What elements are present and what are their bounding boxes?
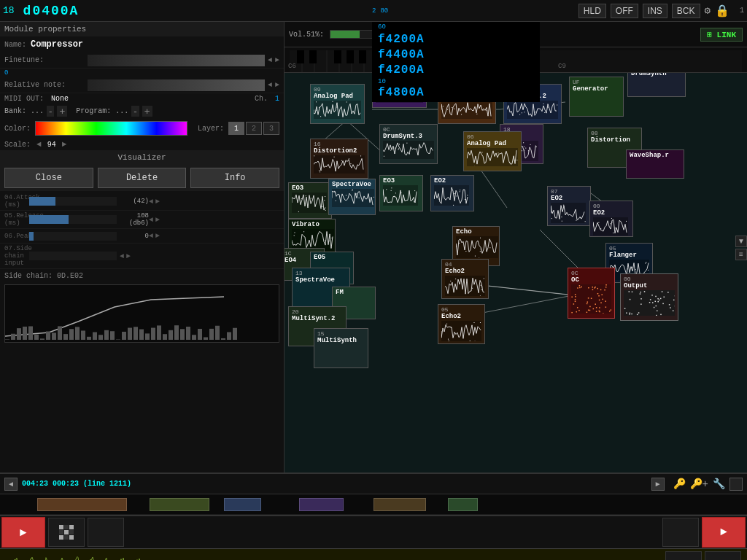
- timeline-seg-6[interactable]: [448, 498, 478, 511]
- module-eo3-left[interactable]: EO3: [288, 182, 332, 219]
- program-plus-button[interactable]: +: [142, 106, 152, 117]
- color-row: Color: Layer: 1 2 3: [0, 118, 284, 139]
- module-analog-pad-1[interactable]: 09 Analog Pad: [310, 84, 365, 124]
- layer-1-button[interactable]: 1: [228, 122, 244, 135]
- scale-right[interactable]: ►: [62, 140, 67, 149]
- finetune-left[interactable]: ◄: [268, 56, 272, 64]
- timeline-seg-3[interactable]: [224, 498, 261, 511]
- freq-line-3: f4200A: [378, 63, 425, 78]
- module-eo3-mid[interactable]: EO3: [379, 175, 423, 211]
- layer-3-button[interactable]: 3: [263, 122, 279, 135]
- layer-2-button[interactable]: 2: [246, 122, 262, 135]
- timeline-right-button[interactable]: ►: [651, 478, 665, 491]
- rel-right[interactable]: ►: [275, 81, 279, 89]
- scale-left[interactable]: ◄: [36, 140, 42, 149]
- pattern-block-right[interactable]: [662, 518, 699, 547]
- param-sidechain: 07.Side chain input ◄►: [0, 244, 284, 269]
- timeline-seg-2[interactable]: [150, 498, 209, 511]
- node-canvas: [571, 284, 611, 314]
- relative-note-bar[interactable]: [88, 79, 265, 91]
- svg-rect-25: [347, 50, 354, 63]
- link-box[interactable]: ⊞ LINK: [700, 28, 743, 42]
- param-peak-val: 0: [120, 233, 149, 240]
- param-attack-arrows: ◄►: [149, 198, 160, 206]
- node-title: EO2: [551, 195, 587, 202]
- module-multisynth[interactable]: 15 MultiSynth: [314, 328, 368, 368]
- module-analog-pad2[interactable]: 06 Analog Pad: [463, 131, 522, 171]
- vol-bar: [330, 31, 360, 38]
- gear-icon[interactable]: ⚙: [705, 4, 711, 17]
- bottom-qr-1[interactable]: [665, 551, 702, 561]
- timeline-seg-1[interactable]: [37, 498, 127, 511]
- module-eo2-00[interactable]: 00 EO2: [589, 201, 633, 237]
- bottom-qr-2[interactable]: [705, 551, 741, 561]
- waveform-canvas: [5, 285, 275, 340]
- info-button[interactable]: Info: [190, 168, 279, 188]
- param-attack-bar[interactable]: [29, 197, 117, 206]
- node-title: Distortion: [591, 136, 638, 144]
- visualizer-label: Visualizer: [0, 150, 284, 165]
- node-title: Echo2: [441, 313, 481, 320]
- pattern-indicator-right: ►: [702, 517, 746, 548]
- module-oc[interactable]: 0C OC: [568, 268, 615, 319]
- node-canvas: [383, 141, 434, 159]
- bank-minus-button[interactable]: -: [47, 106, 54, 117]
- bank-row: Bank: ... - + Program: ... - +: [0, 104, 284, 118]
- scale-row: Scale: ◄ 94 ►: [0, 139, 284, 150]
- module-eo2-1[interactable]: EO2: [430, 175, 474, 211]
- timeline-seg-4[interactable]: [299, 498, 344, 511]
- node-title: EO2: [593, 209, 630, 217]
- lock-icon[interactable]: 🔒: [715, 4, 729, 18]
- key-icon[interactable]: 🔑: [673, 478, 686, 490]
- finetune-right[interactable]: ►: [275, 56, 279, 64]
- program-minus-button[interactable]: -: [131, 106, 139, 117]
- rel-left[interactable]: ◄: [268, 81, 272, 89]
- key-plus-icon[interactable]: 🔑+: [690, 478, 708, 490]
- pattern-block[interactable]: [88, 518, 124, 547]
- module-echo2-05[interactable]: 05 Echo2: [438, 304, 485, 344]
- module-echo2-04[interactable]: 04 Echo2: [441, 259, 489, 299]
- color-label: Color:: [4, 125, 31, 133]
- freq-val-60: 60: [378, 23, 386, 31]
- module-eo2-07[interactable]: 07 EO2: [547, 186, 591, 226]
- param-peak-bar[interactable]: [29, 232, 117, 241]
- timeline-seg-5[interactable]: [374, 498, 426, 511]
- color-swatch[interactable]: [35, 121, 187, 136]
- module-drumsynt3[interactable]: 0C DrumSynt.3: [379, 124, 438, 164]
- timeline-left-button[interactable]: ◄: [4, 478, 18, 491]
- node-title: DrumSynt.3: [383, 133, 434, 140]
- svg-line-7: [540, 230, 584, 273]
- node-canvas: [551, 203, 586, 223]
- module-waveshaper[interactable]: WaveShap.r: [626, 149, 684, 179]
- off-button[interactable]: OFF: [611, 4, 638, 18]
- wrench-timeline-icon[interactable]: 🔧: [713, 478, 725, 490]
- bck-button[interactable]: BCK: [672, 4, 700, 18]
- node-id: 0C: [383, 126, 434, 133]
- bottom-waveform: [4, 551, 150, 561]
- scroll-eq-button[interactable]: ≡: [735, 249, 747, 260]
- module-output[interactable]: 00 Output: [620, 273, 678, 321]
- midi-out-value: None: [51, 95, 69, 103]
- timeline-controls: ◄ 004:23 000:23 (line 1211) ► 🔑 🔑+ 🔧: [0, 474, 747, 494]
- bank-label: Bank: ...: [4, 107, 44, 115]
- module-generator[interactable]: UF Generator: [569, 77, 624, 117]
- main-canvas: 09 Analog Pad 0F Flanger2 10 Analog Bas …: [285, 47, 747, 472]
- ins-button[interactable]: INS: [643, 4, 667, 18]
- module-distortion2[interactable]: 16 Distortion2: [310, 139, 368, 179]
- param-sidechain-bar[interactable]: [29, 252, 117, 260]
- freq-display-block: 60 f4200A f4400A f4200A 10 f4800A: [372, 22, 540, 102]
- timeline-box[interactable]: [729, 478, 743, 491]
- node-title: OC: [571, 276, 611, 284]
- bank-plus-button[interactable]: +: [57, 106, 67, 117]
- scroll-down-button[interactable]: ▼: [735, 236, 747, 247]
- hld-button[interactable]: HLD: [578, 4, 606, 18]
- pattern-block[interactable]: [48, 518, 85, 547]
- node-canvas: [292, 192, 327, 213]
- delete-button[interactable]: Delete: [98, 168, 187, 188]
- close-button[interactable]: Close: [4, 168, 93, 188]
- finetune-bar[interactable]: [88, 55, 265, 66]
- param-release-bar[interactable]: [29, 215, 117, 224]
- param-release-val: 108 (db6): [120, 212, 149, 227]
- module-spectravoe-small[interactable]: SpectraVoe: [328, 179, 376, 215]
- freq-line-2: f4400A: [378, 47, 425, 63]
